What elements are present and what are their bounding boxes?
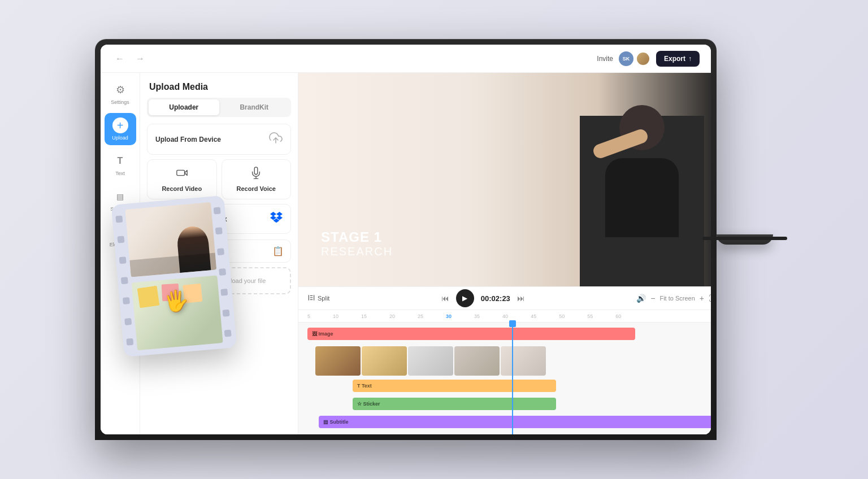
record-video-button[interactable]: Record Video [147,159,217,199]
video-background: STAGE 1 RESEARCH [298,73,711,286]
thumbnail-row [298,344,711,378]
ruler-mark: 15 [361,313,367,319]
ruler-mark: 35 [474,313,480,319]
timeline-area: 5 10 15 20 25 30 35 40 45 50 55 [298,310,711,434]
subtitle-track-label: ▤ Subtitle [323,419,349,425]
ruler-mark: 40 [502,313,508,319]
next-skip-button[interactable]: ⏭ [517,294,525,303]
timeline-right: 🔊 − Fit to Screen + ⛶ [636,294,711,303]
svg-rect-1 [177,170,185,175]
upload-from-device-section[interactable]: Upload From Device [147,124,291,155]
ruler-mark: 5 [307,313,310,319]
zoom-out-button[interactable]: − [650,294,655,303]
top-bar-right: Invite SK Export ↑ [597,51,700,67]
drag-cursor: 🖐 [163,288,190,314]
export-button[interactable]: Export ↑ [656,51,700,67]
film-hole [224,329,232,337]
film-hole [220,289,228,296]
text-track-label: T Text [357,383,372,389]
split-button[interactable]: Split [307,294,329,303]
image-track-label: 🖼 Image [312,331,333,337]
tab-uploader[interactable]: Uploader [149,99,219,115]
film-hole [219,268,226,276]
ruler-mark: 30 [446,313,452,319]
undo-button[interactable]: ← [112,51,128,67]
avatar-group: SK [619,51,650,66]
thumbnail-1 [315,346,361,376]
film-hole [115,216,123,223]
user-avatar [636,51,650,66]
film-hole [118,236,125,243]
video-research-label: RESEARCH [321,245,393,258]
thumbnail-5 [501,346,546,376]
ruler-mark: 45 [531,313,536,319]
play-button[interactable]: ▶ [456,289,474,307]
top-bar: ← → Invite SK Export ↑ [101,45,711,73]
record-video-label: Record Video [162,185,202,192]
track-area: 🖼 Image [298,323,711,434]
top-bar-left: ← → [112,51,148,67]
sidebar-item-upload[interactable]: + Upload [105,113,136,145]
split-icon [307,294,315,303]
image-track-bar[interactable]: 🖼 Image [307,328,635,340]
export-label: Export [664,55,685,63]
text-track-bar[interactable]: T Text [353,380,556,392]
svg-marker-4 [270,212,276,216]
record-video-icon [176,167,188,182]
sticker-track-label: ☆ Sticker [357,401,380,407]
prev-skip-button[interactable]: ⏮ [441,294,449,303]
zoom-in-button[interactable]: + [700,294,704,303]
upload-panel-title: Upload Media [140,73,298,98]
record-voice-label: Record Voice [237,185,276,192]
subtitles-icon: ▤ [112,189,128,204]
video-overlay-text: STAGE 1 RESEARCH [321,229,393,258]
thumbnail-4 [454,346,500,376]
film-hole [214,207,221,215]
film-frame-1 [125,202,216,277]
ruler-mark: 50 [559,313,565,319]
film-hole [123,297,130,304]
playhead-indicator [509,320,516,327]
playback-center: ⏮ ▶ 00:02:23 ⏭ [336,289,630,307]
ruler-mark: 55 [587,313,593,319]
sidebar-item-settings[interactable]: ⚙ Settings [105,77,136,110]
video-stage-label: STAGE 1 [321,229,393,245]
microphone-icon [250,167,262,182]
tab-bar: Uploader BrandKit [147,98,291,117]
tab-brandkit[interactable]: BrandKit [219,99,290,115]
fit-screen-button[interactable]: Fit to Screen [659,295,695,302]
plus-circle-icon: + [112,117,128,133]
thumb-spacer [307,346,314,376]
upload-cloud-icon [269,131,283,147]
svg-marker-5 [276,212,283,216]
ruler-mark: 20 [389,313,395,319]
volume-button[interactable]: 🔊 [636,294,646,303]
timeline-controls: Split ⏮ ▶ 00:02:23 ⏭ 🔊 − [298,286,711,310]
person-area [580,73,704,286]
film-hole [124,317,132,325]
invite-button[interactable]: Invite [597,55,613,63]
subtitle-track-row: ▤ Subtitle [298,414,711,430]
film-hole [121,277,128,284]
fullscreen-button[interactable]: ⛶ [709,294,711,303]
upload-icon: + [112,117,128,133]
laptop-base [717,234,773,245]
timeline-ruler: 5 10 15 20 25 30 35 40 45 50 55 [298,310,711,323]
playhead [512,323,513,434]
subtitle-track-bar[interactable]: ▤ Subtitle [319,416,711,428]
split-label: Split [318,295,329,302]
export-icon: ↑ [688,55,692,63]
text-icon: T [112,153,128,169]
redo-button[interactable]: → [132,51,148,67]
record-voice-button[interactable]: Record Voice [222,159,292,199]
sidebar-upload-label: Upload [112,135,128,141]
text-track-row: T Text [298,378,711,394]
clipboard-icon: 📋 [272,246,284,256]
film-hole [215,228,223,235]
sidebar-item-text[interactable]: T Text [105,149,136,181]
sidebar-settings-label: Settings [111,99,129,105]
sticker-track-bar[interactable]: ☆ Sticker [353,398,556,410]
sidebar-text-label: Text [115,171,125,176]
upload-device-label: Upload From Device [155,136,221,143]
ruler-mark: 60 [615,313,621,319]
